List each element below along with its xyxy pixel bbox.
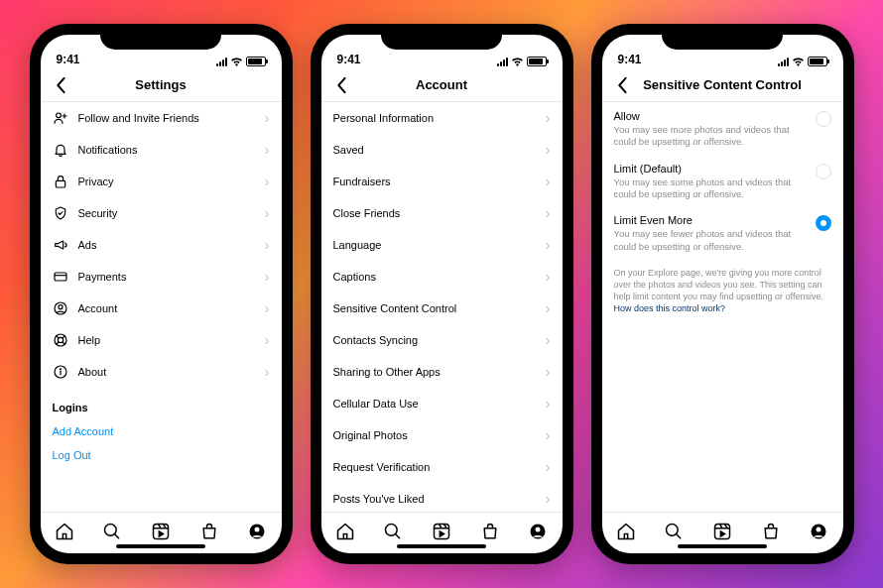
- status-time: 9:41: [57, 53, 80, 66]
- option-limit-default[interactable]: Limit (Default) You may see some photos …: [602, 155, 843, 207]
- shop-icon: [761, 522, 781, 541]
- search-tab[interactable]: [383, 522, 403, 541]
- info-icon: [53, 364, 68, 380]
- reels-tab[interactable]: [712, 522, 732, 541]
- search-tab[interactable]: [664, 522, 684, 541]
- profile-icon: [809, 522, 828, 541]
- row-label: Captions: [333, 271, 536, 283]
- home-tab[interactable]: [616, 522, 636, 541]
- row-label: Security: [78, 207, 255, 219]
- row-label: Sharing to Other Apps: [333, 366, 536, 378]
- account-item-original-photos[interactable]: Original Photos›: [321, 419, 563, 451]
- row-label: Follow and Invite Friends: [78, 112, 255, 124]
- settings-item-account[interactable]: Account ›: [41, 293, 282, 324]
- account-item-language[interactable]: Language›: [321, 229, 563, 261]
- logins-section-header: Logins: [41, 388, 282, 419]
- account-item-request-verification[interactable]: Request Verification›: [321, 451, 563, 483]
- home-icon: [616, 522, 636, 541]
- option-desc: You may see some photos and videos that …: [614, 176, 806, 201]
- settings-item-about[interactable]: About ›: [41, 356, 282, 388]
- account-item-fundraisers[interactable]: Fundraisers›: [321, 166, 563, 197]
- option-limit-even-more[interactable]: Limit Even More You may see fewer photos…: [602, 206, 843, 259]
- settings-item-security[interactable]: Security ›: [41, 197, 282, 229]
- profile-icon: [528, 522, 548, 541]
- home-tab[interactable]: [335, 522, 355, 541]
- row-label: Original Photos: [333, 429, 536, 441]
- chevron-right-icon: ›: [265, 364, 270, 380]
- chevron-right-icon: ›: [546, 142, 551, 158]
- account-item-cellular-data[interactable]: Cellular Data Use›: [321, 388, 563, 419]
- option-desc: You may see fewer photos and videos that…: [614, 228, 806, 253]
- svg-rect-14: [434, 524, 448, 538]
- info-link[interactable]: How does this control work?: [614, 303, 726, 313]
- lock-icon: [53, 174, 68, 189]
- profile-tab[interactable]: [247, 522, 267, 541]
- profile-icon: [247, 522, 267, 541]
- settings-item-payments[interactable]: Payments ›: [41, 261, 282, 293]
- back-button[interactable]: [51, 75, 70, 95]
- shop-tab[interactable]: [761, 522, 781, 541]
- row-label: Saved: [333, 144, 536, 156]
- back-button[interactable]: [331, 75, 351, 95]
- shop-tab[interactable]: [480, 522, 500, 541]
- reels-tab[interactable]: [151, 522, 171, 541]
- account-item-close-friends[interactable]: Close Friends›: [321, 197, 563, 229]
- row-label: Contacts Syncing: [333, 334, 536, 346]
- home-indicator[interactable]: [116, 544, 205, 548]
- profile-tab[interactable]: [528, 522, 548, 541]
- add-account-link[interactable]: Add Account: [41, 419, 282, 443]
- cellular-signal-icon: [216, 58, 227, 66]
- chevron-right-icon: ›: [546, 269, 551, 285]
- account-item-posts-liked[interactable]: Posts You've Liked›: [321, 483, 563, 512]
- radio-icon: [816, 111, 831, 127]
- account-item-captions[interactable]: Captions›: [321, 261, 563, 293]
- row-label: Posts You've Liked: [333, 493, 536, 505]
- settings-item-ads[interactable]: Ads ›: [41, 229, 282, 261]
- settings-item-help[interactable]: Help ›: [41, 324, 282, 356]
- svg-rect-18: [714, 524, 729, 538]
- home-indicator[interactable]: [678, 544, 767, 548]
- page-title: Settings: [135, 77, 186, 92]
- radio-icon: [816, 164, 831, 179]
- option-allow[interactable]: Allow You may see more photos and videos…: [602, 102, 843, 155]
- search-icon: [664, 522, 684, 541]
- settings-item-follow-invite[interactable]: Follow and Invite Friends ›: [41, 102, 282, 134]
- chevron-right-icon: ›: [546, 110, 551, 126]
- cellular-signal-icon: [778, 58, 789, 66]
- row-label: Close Friends: [333, 207, 536, 219]
- option-desc: You may see more photos and videos that …: [614, 124, 806, 149]
- shop-tab[interactable]: [199, 522, 219, 541]
- settings-item-notifications[interactable]: Notifications ›: [41, 134, 282, 166]
- bell-icon: [53, 142, 68, 158]
- account-item-saved[interactable]: Saved›: [321, 134, 563, 166]
- svg-point-12: [255, 527, 260, 531]
- back-button[interactable]: [612, 75, 632, 95]
- chevron-right-icon: ›: [265, 110, 270, 126]
- account-item-sensitive-content[interactable]: Sensitive Content Control›: [321, 293, 563, 324]
- page-title: Account: [416, 77, 467, 92]
- settings-item-privacy[interactable]: Privacy ›: [41, 166, 282, 197]
- phone-account: 9:41 Account Personal Information› Saved…: [311, 24, 573, 564]
- battery-icon: [808, 57, 827, 66]
- option-title: Limit (Default): [614, 163, 806, 175]
- settings-list[interactable]: Follow and Invite Friends › Notification…: [41, 102, 282, 512]
- chevron-right-icon: ›: [546, 396, 551, 412]
- search-tab[interactable]: [102, 522, 122, 541]
- account-item-sharing-other-apps[interactable]: Sharing to Other Apps›: [321, 356, 563, 388]
- account-item-contacts-syncing[interactable]: Contacts Syncing›: [321, 324, 563, 356]
- profile-tab[interactable]: [809, 522, 828, 541]
- shop-icon: [199, 522, 219, 541]
- row-label: Request Verification: [333, 461, 536, 473]
- log-out-link[interactable]: Log Out: [41, 443, 282, 467]
- shield-check-icon: [53, 205, 68, 221]
- row-label: Personal Information: [333, 112, 536, 124]
- chevron-left-icon: [335, 76, 347, 94]
- account-item-personal-info[interactable]: Personal Information›: [321, 102, 563, 134]
- account-list[interactable]: Personal Information› Saved› Fundraisers…: [321, 102, 563, 512]
- phone-settings: 9:41 Settings Follow and Invite Friends …: [30, 24, 293, 564]
- option-title: Allow: [614, 110, 806, 122]
- search-icon: [102, 522, 122, 541]
- home-tab[interactable]: [55, 522, 74, 541]
- reels-tab[interactable]: [432, 522, 451, 541]
- home-indicator[interactable]: [397, 544, 486, 548]
